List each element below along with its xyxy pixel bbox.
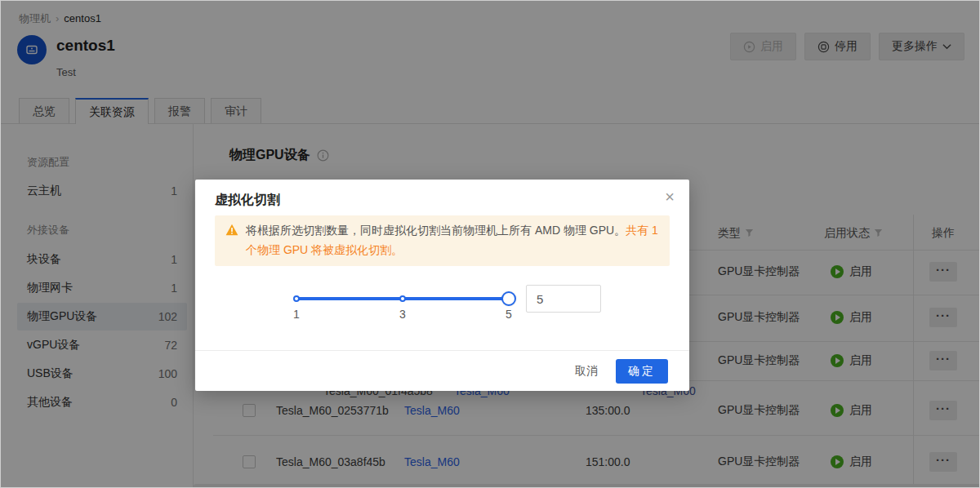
slider-label-max: 5 — [506, 308, 512, 321]
slider-handle[interactable] — [501, 291, 516, 306]
slider-label-mid: 3 — [399, 308, 406, 321]
slider-mark-1 — [293, 295, 300, 302]
close-icon[interactable]: × — [665, 188, 675, 206]
warning-alert: 将根据所选切割数量，同时虚拟化切割当前物理机上所有 AMD 物理 GPU。共有 … — [215, 215, 670, 266]
warning-text-main: 将根据所选切割数量，同时虚拟化切割当前物理机上所有 AMD 物理 GPU。 — [246, 224, 626, 237]
confirm-button[interactable]: 确定 — [616, 359, 668, 384]
warning-text: 将根据所选切割数量，同时虚拟化切割当前物理机上所有 AMD 物理 GPU。共有 … — [246, 220, 658, 260]
modal-footer: 取消 确定 — [195, 351, 689, 391]
cut-count-input[interactable] — [526, 285, 601, 313]
warning-icon — [225, 224, 238, 236]
virtualization-cut-modal: 虚拟化切割 × 将根据所选切割数量，同时虚拟化切割当前物理机上所有 AMD 物理… — [195, 180, 689, 391]
slider-mark-3 — [399, 295, 406, 302]
modal-title: 虚拟化切割 — [215, 192, 280, 209]
physical-machine-detail-page: 物理机›centos1 centos1 Test 启用 停用 更多操作 — [0, 0, 980, 488]
cancel-button[interactable]: 取消 — [575, 364, 598, 379]
slider-label-min: 1 — [293, 308, 300, 321]
